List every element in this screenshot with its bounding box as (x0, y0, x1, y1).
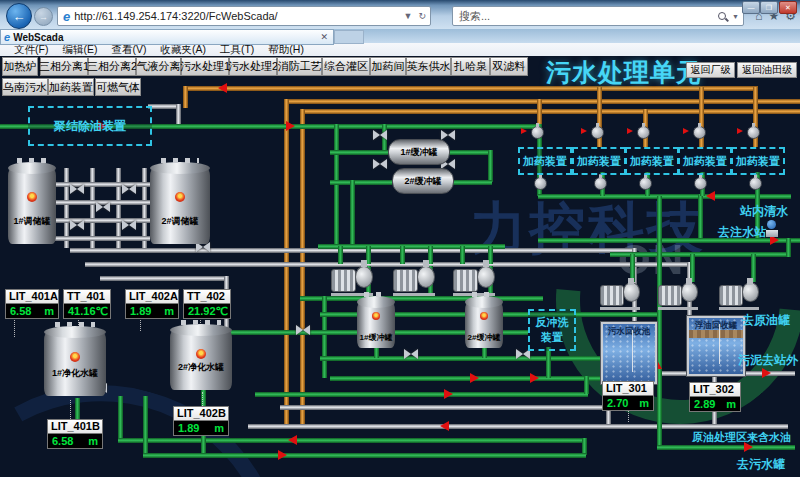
dosing-pump-icon (637, 126, 650, 139)
close-button[interactable]: ✕ (779, 1, 797, 14)
petrochina-logo (372, 312, 380, 320)
flow-label-to-injection: 去注水站 (718, 224, 766, 241)
gauge-LIT_301: LIT_301 2.70m (602, 381, 654, 411)
nav-button-sep2[interactable]: 三相分离2 (88, 57, 136, 76)
chevron-down-icon[interactable]: ▼ (404, 11, 413, 21)
gauge-unit: m (164, 304, 174, 318)
valve-icon (441, 130, 455, 140)
pipe (143, 396, 148, 455)
dosing-pump-icon (534, 177, 547, 190)
device-label: 加药装置 (683, 154, 727, 169)
gauge-tag: TT_402 (183, 289, 231, 304)
nav-button-zhahaquan[interactable]: 扎哈泉 (451, 57, 490, 76)
gauge-unit: ℃ (96, 304, 108, 318)
page-title: 污水处理单元 (546, 56, 702, 89)
flow-arrow-icon (762, 368, 771, 378)
minimize-button[interactable]: — (742, 1, 760, 14)
nav-button-dual-filter[interactable]: 双滤料 (490, 57, 528, 76)
device-coalescer[interactable]: 聚结除油装置 (28, 106, 152, 146)
device-dosing-2[interactable]: 加药装置 (572, 147, 626, 175)
pump-icon (331, 260, 373, 296)
petrochina-logo (70, 352, 80, 362)
search-icon[interactable] (717, 11, 728, 22)
ie-icon: e (63, 9, 70, 24)
url-text[interactable]: http://61.149.254.174:3220/FcWebScada/ (74, 10, 277, 22)
maximize-button[interactable]: ❐ (760, 1, 778, 14)
pipe (118, 438, 586, 443)
device-dosing-1[interactable]: 加药装置 (518, 147, 572, 175)
pipe (546, 347, 551, 378)
gauge-unit: m (639, 396, 649, 410)
tank-label: 1#调储罐 (8, 215, 56, 228)
back-button[interactable]: ← (6, 3, 32, 29)
new-tab-button[interactable] (334, 30, 364, 44)
gauge-value: 6.58 (52, 434, 73, 448)
nav-button-dosing-room[interactable]: 加药间 (370, 57, 406, 76)
pipe (118, 396, 123, 440)
petrochina-logo (27, 192, 37, 202)
nav-button-gas-liquid[interactable]: 气液分离 (136, 57, 181, 76)
pump-icon (453, 260, 495, 296)
device-label: 反冲洗 (536, 315, 569, 330)
nav-button-sep1[interactable]: 三相分离1 (40, 57, 88, 76)
address-bar[interactable]: e http://61.149.254.174:3220/FcWebScada/… (57, 6, 431, 26)
nav-button-fire[interactable]: 消防工艺 (277, 57, 322, 76)
forward-button[interactable]: → (34, 7, 53, 26)
nav-button-flammable-gas[interactable]: 可燃气体 (95, 78, 141, 96)
pipe (330, 180, 392, 185)
gauge-tag: LIT_302 (689, 382, 741, 397)
gauge-LIT_401B: LIT_401B 6.58m (47, 419, 103, 449)
nav-button-heater[interactable]: 加热炉 (2, 57, 38, 76)
device-dosing-5[interactable]: 加药装置 (731, 147, 785, 175)
device-dosing-4[interactable]: 加药装置 (678, 147, 732, 175)
pipe (538, 194, 791, 199)
nav-button-wunan[interactable]: 乌南污水 (2, 78, 48, 96)
petrochina-logo (175, 192, 185, 202)
pipe (300, 109, 800, 114)
device-label: 装置 (541, 330, 563, 345)
return-plant-button[interactable]: 返回厂级 (686, 62, 735, 78)
gauge-LIT_302: LIT_302 2.89m (689, 382, 741, 412)
gauge-value: 41.16 (68, 304, 96, 318)
gauge-unit: m (88, 434, 98, 448)
pool-label: 浮油回收罐 (689, 320, 743, 332)
device-backwash[interactable]: 反冲洗 装置 (528, 309, 576, 351)
pump-icon (393, 260, 435, 296)
tank-storage-1: 1#调储罐 (8, 168, 56, 244)
search-chevron-icon[interactable]: ▼ (732, 13, 739, 20)
gauge-link (70, 400, 71, 419)
nav-button-tank-area[interactable]: 综合灌区 (322, 57, 370, 76)
pipe (374, 348, 379, 358)
dosing-pump-icon (749, 177, 762, 190)
gauge-LIT_401A: LIT_401A 6.58m (5, 289, 59, 319)
gauge-unit: m (726, 397, 736, 411)
flow-label-to-crude-tank: 去原油罐 (742, 312, 790, 329)
flow-label-clean-water: 站内清水 (740, 203, 788, 220)
flow-arrow-icon (706, 191, 715, 201)
valve-icon (122, 184, 136, 194)
device-dosing-3[interactable]: 加药装置 (625, 147, 679, 175)
search-input[interactable]: 搜索... ▼ (452, 6, 744, 26)
nav-button-dosing[interactable]: 加药装置 (48, 78, 94, 96)
level-probe (632, 330, 633, 372)
gauge-TT_402: TT_402 21.92℃ (183, 289, 231, 319)
flow-arrow-icon (470, 373, 479, 383)
gauge-tag: TT_401 (63, 289, 111, 304)
dosing-pump-icon (694, 177, 707, 190)
tank-purified-1: 1#净化水罐 (44, 332, 106, 396)
pipe (350, 180, 355, 246)
tank-buffer-1: 1#缓冲罐 (357, 302, 395, 348)
browser-window: ← → e http://61.149.254.174:3220/FcWebSc… (0, 0, 800, 477)
refresh-icon[interactable]: ↻ (418, 11, 426, 21)
nav-button-yingdong[interactable]: 英东供水 (406, 57, 451, 76)
nav-button-sewage1[interactable]: 污水处理1 (181, 57, 229, 76)
nav-button-sewage2[interactable]: 污水处理2 (229, 57, 277, 76)
tank-label: 2#缓冲罐 (465, 332, 503, 343)
petrochina-logo (196, 349, 206, 359)
pipe (488, 150, 493, 182)
dosing-pump-icon (639, 177, 652, 190)
return-oilfield-button[interactable]: 返回油田级 (737, 62, 797, 78)
pipe (698, 194, 703, 240)
tab-close-icon[interactable]: ✕ (320, 32, 328, 42)
tab-webscada[interactable]: e WebScada ✕ (0, 29, 334, 45)
